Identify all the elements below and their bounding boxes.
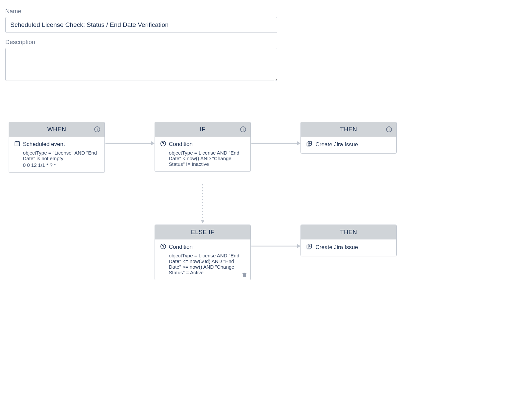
if-body: Condition objectType = License AND "End … [155, 137, 250, 171]
elseif-query: objectType = License AND "End Date" <= n… [169, 253, 245, 275]
when-header: WHEN [9, 122, 104, 137]
svg-point-1 [97, 128, 98, 128]
svg-marker-14 [151, 141, 155, 145]
then-header-label: THEN [340, 229, 357, 236]
arrow-when-if [105, 140, 155, 147]
svg-marker-36 [297, 244, 300, 248]
name-label: Name [5, 8, 277, 15]
then-header: THEN [301, 225, 396, 239]
info-icon[interactable] [386, 126, 392, 133]
svg-rect-24 [389, 129, 389, 131]
svg-point-32 [163, 247, 164, 248]
then-title: Create Jira Issue [315, 141, 358, 148]
if-header-label: IF [200, 126, 206, 133]
info-icon[interactable] [240, 126, 246, 133]
description-field-group: Description [5, 39, 277, 82]
arrow-if-elseif [199, 184, 206, 224]
description-label: Description [5, 39, 277, 46]
then-body: Create Jira Issue [301, 239, 396, 256]
svg-point-11 [17, 145, 18, 145]
svg-point-10 [16, 145, 17, 145]
svg-rect-2 [97, 129, 98, 131]
arrow-if-then [251, 140, 300, 147]
form-section: Name Description [5, 8, 277, 82]
svg-rect-34 [242, 273, 246, 274]
elseif-node[interactable]: ELSE IF Condition objectType = License A… [155, 225, 251, 280]
info-icon[interactable] [94, 126, 100, 133]
create-issue-icon [306, 243, 313, 251]
when-node[interactable]: WHEN Scheduled event objectType = "Licen… [9, 122, 105, 173]
svg-marker-21 [297, 141, 300, 145]
when-title: Scheduled event [23, 141, 65, 148]
elseif-header-label: ELSE IF [191, 229, 215, 236]
elseif-details: objectType = License AND "End Date" <= n… [160, 253, 245, 275]
if-node[interactable]: IF Condition objectType = License AND "E… [155, 122, 251, 172]
svg-point-19 [163, 145, 164, 145]
then-node[interactable]: THEN Create Jira Issue [300, 225, 397, 256]
svg-rect-17 [243, 129, 243, 131]
calendar-icon [14, 141, 20, 148]
name-input[interactable] [5, 17, 277, 33]
question-icon [160, 141, 166, 148]
create-issue-icon [306, 141, 313, 149]
then-body: Create Jira Issue [301, 137, 396, 153]
svg-marker-30 [201, 220, 205, 223]
description-textarea[interactable] [5, 48, 277, 81]
when-details: objectType = "License" AND "End Date" is… [14, 150, 99, 168]
arrow-elseif-then [251, 243, 300, 249]
svg-point-9 [18, 144, 19, 144]
then-header: THEN [301, 122, 396, 137]
when-header-label: WHEN [47, 126, 66, 133]
if-details: objectType = License AND "End Date" < no… [160, 150, 245, 167]
name-field-group: Name [5, 8, 277, 33]
svg-point-12 [18, 145, 19, 145]
svg-point-16 [243, 128, 243, 128]
when-cron: 0 0 12 1/1 * ? * [23, 162, 99, 168]
then-title: Create Jira Issue [315, 244, 358, 251]
svg-point-7 [16, 144, 17, 144]
when-body: Scheduled event objectType = "License" A… [9, 137, 104, 172]
elseif-header: ELSE IF [155, 225, 250, 239]
when-query: objectType = "License" AND "End Date" is… [23, 150, 99, 161]
if-title: Condition [169, 141, 193, 148]
if-query: objectType = License AND "End Date" < no… [169, 150, 245, 167]
svg-point-23 [389, 128, 389, 128]
svg-point-8 [17, 144, 18, 144]
section-divider [5, 105, 527, 105]
then-node[interactable]: THEN Create Jira Issue [300, 122, 397, 154]
then-header-label: THEN [340, 126, 357, 133]
question-icon [160, 243, 166, 251]
trash-icon[interactable] [242, 272, 247, 277]
if-header: IF [155, 122, 250, 137]
flow-diagram: WHEN Scheduled event objectType = "Licen… [5, 122, 527, 321]
elseif-body: Condition objectType = License AND "End … [155, 239, 250, 280]
elseif-title: Condition [169, 244, 193, 250]
